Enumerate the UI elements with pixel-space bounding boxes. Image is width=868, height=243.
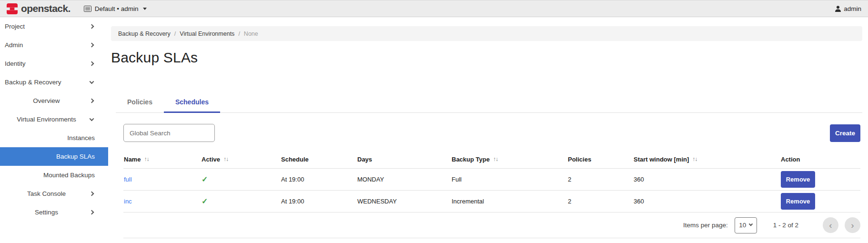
start-window-cell: 360 [634,176,781,183]
search-input[interactable] [123,124,215,142]
sort-arrows-icon [493,156,498,162]
column-header-backup-type[interactable]: Backup Type [452,156,568,163]
sidebar-item-admin[interactable]: Admin [0,36,108,54]
sidebar-item-instances[interactable]: Instances [0,129,108,147]
top-navbar: openstack. Default • admin admin [0,0,868,17]
brand[interactable]: openstack. [7,3,71,14]
schedule-name-link[interactable]: full [124,176,202,183]
active-check-icon [202,175,281,184]
sidebar-item-task-console[interactable]: Task Console [0,184,108,203]
column-header-name[interactable]: Name [124,156,202,163]
paginator: Items per page: 10 1 - 2 of 2 ‹ › [123,213,860,238]
column-header-start-window[interactable]: Start window [min] [634,156,781,163]
caret-down-icon [143,8,147,10]
breadcrumb-backup-recovery[interactable]: Backup & Recovery [118,30,171,37]
sidebar-item-backup-slas[interactable]: Backup SLAs [0,147,108,166]
person-icon [835,6,841,12]
table-header-row: Name Active Schedule Days Backup Type Po… [123,150,860,169]
column-header-action: Action [781,156,860,163]
remove-button[interactable]: Remove [781,171,815,188]
column-header-active[interactable]: Active [202,156,281,163]
user-menu[interactable]: admin [835,5,861,12]
sort-arrows-icon [144,156,149,162]
page-title: Backup SLAs [111,49,860,66]
sidebar-item-mounted-backups[interactable]: Mounted Backups [0,166,108,184]
brand-name: openstack. [21,3,71,14]
backup-type-cell: Incremental [452,198,568,205]
table-row: full At 19:00 MONDAY Full 2 360 Remove [123,169,860,191]
breadcrumb-virtual-environments[interactable]: Virtual Environments [180,30,234,37]
chevron-down-icon [749,222,753,225]
table-toolbar: Create [123,123,860,142]
page-range-label: 1 - 2 of 2 [773,222,798,229]
active-check-icon [202,197,281,206]
schedule-cell: At 19:00 [281,176,357,183]
breadcrumb-separator: / [238,30,240,37]
sidebar-item-identity[interactable]: Identity [0,54,108,73]
previous-page-button[interactable]: ‹ [823,217,838,233]
sidebar-item-virtual-environments[interactable]: Virtual Environments [0,110,108,129]
main-content: Backup & Recovery / Virtual Environments… [108,17,868,243]
user-name: admin [844,5,861,12]
table-row: inc At 19:00 WEDNESDAY Incremental 2 360… [123,191,860,213]
policies-cell: 2 [568,198,634,205]
sidebar-item-backup-recovery[interactable]: Backup & Recovery [0,73,108,91]
sort-arrows-icon [223,156,228,162]
page-size-value: 10 [739,222,746,229]
remove-button[interactable]: Remove [781,193,815,210]
column-header-schedule: Schedule [281,156,357,163]
sidebar-item-settings[interactable]: Settings [0,203,108,222]
schedule-name-link[interactable]: inc [124,198,202,205]
schedule-cell: At 19:00 [281,198,357,205]
column-header-policies: Policies [568,156,634,163]
items-per-page-label: Items per page: [683,222,728,229]
list-icon [84,6,91,12]
sidebar-item-project[interactable]: Project [0,17,108,36]
tab-schedules[interactable]: Schedules [164,91,220,112]
page-size-select[interactable]: 10 [735,217,757,233]
context-label: Default • admin [95,5,139,12]
openstack-logo-icon [7,3,18,14]
breadcrumb-separator: / [174,30,176,37]
create-button[interactable]: Create [830,124,860,142]
sidebar-item-overview[interactable]: Overview [0,91,108,110]
policies-cell: 2 [568,176,634,183]
days-cell: MONDAY [357,176,452,183]
backup-type-cell: Full [452,176,568,183]
sort-arrows-icon [692,156,697,162]
tab-policies[interactable]: Policies [116,91,164,112]
domain-project-switcher[interactable]: Default • admin [84,5,147,12]
days-cell: WEDNESDAY [357,198,452,205]
sidebar-nav: Project Admin Identity Backup & Recovery… [0,17,108,243]
breadcrumb-current: None [244,30,258,37]
column-header-days: Days [357,156,452,163]
start-window-cell: 360 [634,198,781,205]
next-page-button[interactable]: › [845,217,860,233]
tab-bar: Policies Schedules [116,91,862,113]
breadcrumb: Backup & Recovery / Virtual Environments… [111,26,862,41]
